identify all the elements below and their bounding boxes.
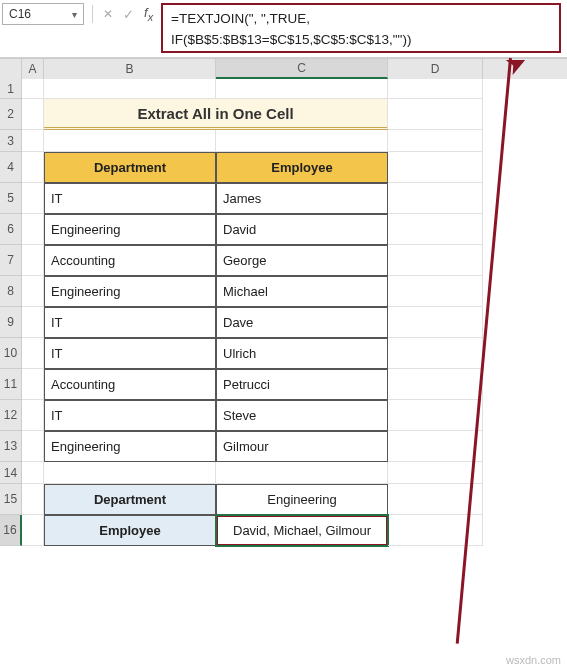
row-header-10[interactable]: 10 [0,338,22,369]
cell-b11[interactable]: Accounting [44,369,216,400]
cell-a7[interactable] [22,245,44,276]
cell-b3[interactable] [44,130,216,152]
cell-a4[interactable] [22,152,44,183]
select-all-corner[interactable] [0,59,22,79]
formula-bar[interactable]: =TEXTJOIN(", ",TRUE, IF($B$5:$B$13=$C$15… [161,3,561,53]
cell-a10[interactable] [22,338,44,369]
cell-a3[interactable] [22,130,44,152]
table-header-emp[interactable]: Employee [216,152,388,183]
cell-b13[interactable]: Engineering [44,431,216,462]
cell-d16[interactable] [388,515,483,546]
row-header-4[interactable]: 4 [0,152,22,183]
cell-d10[interactable] [388,338,483,369]
col-header-a[interactable]: A [22,59,44,79]
cell-c12[interactable]: Steve [216,400,388,431]
cell-a14[interactable] [22,462,44,484]
cell-b6[interactable]: Engineering [44,214,216,245]
filter-emp-label[interactable]: Employee [44,515,216,546]
cell-c13[interactable]: Gilmour [216,431,388,462]
col-header-d[interactable]: D [388,59,483,79]
cell-d9[interactable] [388,307,483,338]
cell-a1[interactable] [22,79,44,99]
name-box[interactable]: C16 ▾ [2,3,84,25]
filter-dept-value[interactable]: Engineering [216,484,388,515]
filter-dept-label[interactable]: Department [44,484,216,515]
row-header-13[interactable]: 13 [0,431,22,462]
cell-d12[interactable] [388,400,483,431]
row-header-7[interactable]: 7 [0,245,22,276]
cell-b5[interactable]: IT [44,183,216,214]
cell-c6[interactable]: David [216,214,388,245]
page-title[interactable]: Extract All in One Cell [44,99,388,130]
cell-d2[interactable] [388,99,483,130]
cell-d14[interactable] [388,462,483,484]
cell-d8[interactable] [388,276,483,307]
fx-icon[interactable]: fx [144,5,153,23]
cell-d15[interactable] [388,484,483,515]
cell-c8[interactable]: Michael [216,276,388,307]
row-header-15[interactable]: 15 [0,484,22,515]
formula-line-2: IF($B$5:$B$13=$C$15,$C$5:$C$13,"")) [171,32,411,47]
cell-a11[interactable] [22,369,44,400]
cell-c9[interactable]: Dave [216,307,388,338]
cell-b12[interactable]: IT [44,400,216,431]
cell-b8[interactable]: Engineering [44,276,216,307]
cell-c5[interactable]: James [216,183,388,214]
cell-d6[interactable] [388,214,483,245]
cell-a9[interactable] [22,307,44,338]
cell-c7[interactable]: George [216,245,388,276]
row-header-5[interactable]: 5 [0,183,22,214]
separator [92,5,93,23]
cell-c14[interactable] [216,462,388,484]
formula-line-1: =TEXTJOIN(", ",TRUE, [171,11,310,26]
row-header-2[interactable]: 2 [0,99,22,130]
cell-d1[interactable] [388,79,483,99]
row-header-3[interactable]: 3 [0,130,22,152]
cell-a2[interactable] [22,99,44,130]
cell-c1[interactable] [216,79,388,99]
row-header-12[interactable]: 12 [0,400,22,431]
confirm-icon[interactable]: ✓ [123,7,134,22]
cancel-icon[interactable]: ✕ [103,7,113,21]
row-header-1[interactable]: 1 [0,79,22,99]
cell-a8[interactable] [22,276,44,307]
chevron-down-icon[interactable]: ▾ [72,9,77,20]
row-header-9[interactable]: 9 [0,307,22,338]
cell-a12[interactable] [22,400,44,431]
row-header-11[interactable]: 11 [0,369,22,400]
row-header-16[interactable]: 16 [0,515,22,546]
cell-a16[interactable] [22,515,44,546]
cell-b10[interactable]: IT [44,338,216,369]
row-header-8[interactable]: 8 [0,276,22,307]
cell-a15[interactable] [22,484,44,515]
col-header-b[interactable]: B [44,59,216,79]
cell-d5[interactable] [388,183,483,214]
cell-b9[interactable]: IT [44,307,216,338]
col-header-c[interactable]: C [216,59,388,79]
watermark: wsxdn.com [506,654,561,666]
cell-d4[interactable] [388,152,483,183]
cell-c11[interactable]: Petrucci [216,369,388,400]
row-header-6[interactable]: 6 [0,214,22,245]
cell-a13[interactable] [22,431,44,462]
cell-a6[interactable] [22,214,44,245]
cell-d13[interactable] [388,431,483,462]
cell-a5[interactable] [22,183,44,214]
table-header-dept[interactable]: Department [44,152,216,183]
cell-b14[interactable] [44,462,216,484]
cell-c3[interactable] [216,130,388,152]
name-box-value: C16 [9,7,31,21]
filter-emp-value[interactable]: David, Michael, Gilmour [216,515,388,546]
cell-d7[interactable] [388,245,483,276]
spreadsheet-grid[interactable]: ➤ A B C D 1 2 Extract All in One Cell 3 [0,58,567,546]
cell-b7[interactable]: Accounting [44,245,216,276]
row-header-14[interactable]: 14 [0,462,22,484]
cell-d11[interactable] [388,369,483,400]
cell-b1[interactable] [44,79,216,99]
cell-c10[interactable]: Ulrich [216,338,388,369]
cell-d3[interactable] [388,130,483,152]
